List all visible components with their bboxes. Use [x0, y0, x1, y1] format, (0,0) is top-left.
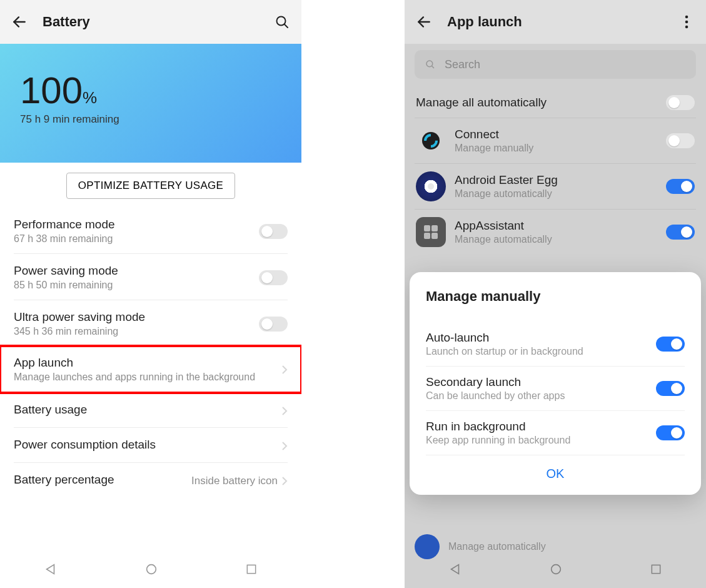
- header: Battery: [0, 0, 301, 44]
- app-toggle[interactable]: [666, 225, 695, 240]
- app-name: AppAssistant: [455, 219, 666, 233]
- svg-marker-20: [451, 565, 458, 574]
- svg-rect-22: [652, 565, 660, 573]
- app-row-appassistant[interactable]: AppAssistant Manage automatically: [415, 210, 696, 255]
- row-title: App launch: [14, 356, 281, 370]
- app-icon: [416, 171, 446, 201]
- manage-all-row[interactable]: Manage all automatically: [415, 88, 696, 118]
- app-name: Android Easter Egg: [455, 173, 666, 187]
- row-title: Run in background: [426, 420, 656, 433]
- svg-point-7: [685, 16, 688, 19]
- svg-marker-3: [46, 565, 54, 574]
- search-input[interactable]: Search: [415, 50, 696, 79]
- app-toggle[interactable]: [666, 133, 695, 148]
- auto-launch-toggle[interactable]: [656, 337, 685, 352]
- ultra-power-row[interactable]: Ultra power saving mode 345 h 36 min rem…: [14, 300, 288, 346]
- nav-bar: [405, 553, 706, 588]
- battery-screen: Battery 100% 75 h 9 min remaining OPTIMI…: [0, 0, 301, 588]
- row-sub: Can be launched by other apps: [426, 390, 656, 402]
- peek-sub: Manage automatically: [448, 541, 546, 552]
- app-row-connect[interactable]: Connect Manage manually: [415, 118, 696, 164]
- power-saving-toggle[interactable]: [259, 270, 288, 285]
- app-name: Connect: [455, 128, 666, 141]
- ultra-toggle[interactable]: [259, 317, 288, 332]
- svg-line-11: [432, 66, 434, 68]
- battery-unit: %: [83, 88, 97, 107]
- page-title: App launch: [447, 14, 678, 30]
- power-consumption-row[interactable]: Power consumption details: [14, 428, 288, 463]
- nav-home-icon[interactable]: [144, 562, 158, 579]
- run-background-toggle[interactable]: [656, 425, 685, 440]
- search-placeholder: Search: [445, 58, 480, 71]
- chevron-right-icon: [281, 476, 288, 486]
- row-title: Secondary launch: [426, 375, 656, 389]
- svg-rect-19: [431, 233, 438, 239]
- chevron-right-icon: [281, 365, 288, 375]
- row-title: Performance mode: [14, 218, 259, 231]
- battery-remaining: 75 h 9 min remaining: [20, 113, 281, 126]
- row-sub: 85 h 50 min remaining: [14, 280, 259, 291]
- svg-rect-5: [248, 565, 256, 573]
- battery-usage-row[interactable]: Battery usage: [14, 393, 288, 428]
- header: App launch: [405, 0, 706, 44]
- ok-button[interactable]: OK: [426, 455, 685, 486]
- secondary-launch-toggle[interactable]: [656, 381, 685, 396]
- svg-rect-16: [424, 225, 430, 231]
- search-icon[interactable]: [274, 14, 290, 30]
- modal-title: Manage manually: [426, 288, 685, 305]
- svg-point-10: [426, 61, 433, 67]
- battery-value: 100: [20, 69, 83, 112]
- svg-rect-17: [431, 225, 438, 231]
- svg-point-8: [685, 21, 688, 24]
- battery-percentage-row[interactable]: Battery percentage Inside battery icon: [14, 463, 288, 497]
- back-arrow-icon[interactable]: [416, 14, 432, 30]
- run-background-row[interactable]: Run in background Keep app running in ba…: [426, 411, 685, 455]
- app-launch-row[interactable]: App launch Manage launches and apps runn…: [0, 346, 301, 393]
- row-title: Battery usage: [14, 403, 281, 417]
- row-title: Power saving mode: [14, 264, 259, 278]
- performance-toggle[interactable]: [259, 224, 288, 239]
- svg-rect-18: [424, 233, 430, 239]
- manage-all-toggle[interactable]: [666, 95, 695, 110]
- app-toggle[interactable]: [666, 179, 695, 194]
- nav-bar: [0, 553, 301, 588]
- row-sub: Manage launches and apps running in the …: [14, 372, 281, 383]
- nav-recent-icon[interactable]: [245, 563, 258, 578]
- row-title: Ultra power saving mode: [14, 310, 259, 324]
- app-icon: [416, 126, 446, 156]
- row-title: Manage all automatically: [416, 96, 666, 109]
- manage-manually-modal: Manage manually Auto-launch Launch on st…: [410, 272, 701, 495]
- page-title: Battery: [43, 14, 274, 30]
- nav-recent-icon[interactable]: [650, 563, 662, 578]
- row-sub: 67 h 38 min remaining: [14, 233, 259, 245]
- secondary-launch-row[interactable]: Secondary launch Can be launched by othe…: [426, 367, 685, 411]
- chevron-right-icon: [281, 406, 288, 416]
- row-title: Battery percentage: [14, 473, 191, 487]
- svg-line-2: [285, 24, 288, 28]
- battery-banner: 100% 75 h 9 min remaining: [0, 44, 301, 163]
- optimize-button[interactable]: OPTIMIZE BATTERY USAGE: [66, 173, 235, 199]
- svg-point-15: [428, 183, 434, 190]
- app-sub: Manage automatically: [455, 188, 666, 200]
- svg-point-21: [552, 565, 561, 574]
- row-value: Inside battery icon: [191, 475, 278, 487]
- app-row-easter-egg[interactable]: Android Easter Egg Manage automatically: [415, 164, 696, 210]
- svg-point-4: [147, 565, 156, 574]
- auto-launch-row[interactable]: Auto-launch Launch on startup or in back…: [426, 322, 685, 367]
- performance-mode-row[interactable]: Performance mode 67 h 38 min remaining: [14, 208, 288, 254]
- nav-back-icon[interactable]: [44, 562, 58, 579]
- chevron-right-icon: [281, 441, 288, 451]
- row-sub: 345 h 36 min remaining: [14, 326, 259, 337]
- nav-home-icon[interactable]: [549, 562, 563, 579]
- app-sub: Manage manually: [455, 143, 666, 154]
- row-title: Power consumption details: [14, 438, 281, 452]
- nav-back-icon[interactable]: [448, 562, 462, 579]
- row-sub: Launch on startup or in background: [426, 346, 656, 357]
- power-saving-row[interactable]: Power saving mode 85 h 50 min remaining: [14, 254, 288, 300]
- app-launch-screen: App launch Search Manage all automatical…: [405, 0, 706, 588]
- svg-point-9: [685, 26, 688, 29]
- more-menu-icon[interactable]: [678, 14, 695, 30]
- row-title: Auto-launch: [426, 331, 656, 345]
- app-icon: [416, 217, 446, 247]
- back-arrow-icon[interactable]: [11, 14, 28, 30]
